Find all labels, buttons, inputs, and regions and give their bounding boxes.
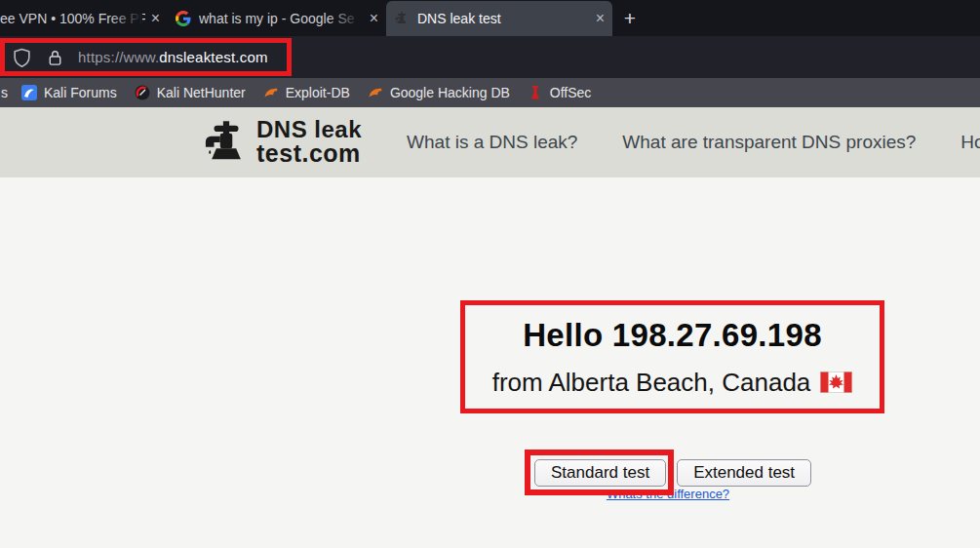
site-nav: What is a DNS leak? What are transparent… [407,132,980,153]
kali-nethunter-icon [135,85,150,100]
canada-flag-icon [820,372,852,393]
tab-vpn[interactable]: ee VPN • 100% Free PPT × [0,0,168,36]
hello-ip-text: Hello 198.27.69.198 [523,317,822,354]
bookmark-label: OffSec [550,85,592,100]
logo-line2: test.com [256,141,362,167]
url-scheme: https://www. [78,49,159,65]
site-logo-text: DNS leak test.com [256,118,362,167]
address-bar[interactable]: https://www.dnsleaktest.com [78,49,268,65]
annotation-hello-box: Hello 198.27.69.198 from Alberta Beach, … [460,300,884,413]
https-lock-icon[interactable] [46,48,64,67]
bookmark-label: Exploit-DB [286,85,350,100]
new-tab-button[interactable]: + [612,0,647,36]
bookmark-kali-nethunter[interactable]: Kali NetHunter [135,85,246,100]
test-buttons-row: Standard test Extended test [534,459,811,487]
google-hacking-db-icon [368,85,383,100]
extended-test-button[interactable]: Extended test [677,459,811,487]
tab-title-fade [328,0,361,36]
tab-google-search[interactable]: what is my ip - Google Se × [168,0,386,36]
tab-title-fade [109,0,142,36]
faucet-favicon-icon [394,11,410,26]
tab-bar: ee VPN • 100% Free PPT × what is my ip -… [0,0,980,36]
nav-what-is-a-dns-leak[interactable]: What is a DNS leak? [407,132,577,153]
tab-close-icon[interactable]: × [151,10,160,27]
bookmark-exploit-db[interactable]: Exploit-DB [263,85,350,100]
exploit-db-icon [263,85,279,100]
location-text: from Alberta Beach, Canada [492,368,853,398]
tab-close-icon[interactable]: × [596,10,605,27]
bookmark-label: Kali Forums [44,85,117,100]
site-logo[interactable]: DNS leak test.com [202,117,362,168]
nav-how-to-fix[interactable]: How to fix a DN [960,132,980,153]
standard-test-button[interactable]: Standard test [534,459,666,487]
bookmark-label: Google Hacking DB [390,85,510,100]
kali-forums-icon [21,85,37,100]
offsec-icon [528,85,543,100]
faucet-logo-icon [202,117,251,168]
bookmarks-bar: s Kali Forums Kali NetHunter Exploit-DB … [0,78,980,107]
logo-line1: DNS leak [256,118,362,141]
bookmark-offsec[interactable]: OffSec [528,85,592,100]
bookmark-google-hacking-db[interactable]: Google Hacking DB [368,85,510,100]
tab-title: DNS leak test [417,11,590,26]
site-header: DNS leak test.com What is a DNS leak? Wh… [0,107,980,177]
tracking-protection-shield-icon[interactable] [12,47,32,68]
bookmark-cut-label[interactable]: s [1,85,8,100]
tab-close-icon[interactable]: × [370,10,378,27]
whats-the-difference-link[interactable]: Whats the difference? [590,487,746,501]
page-content: Hello 198.27.69.198 from Alberta Beach, … [0,177,980,548]
nav-transparent-dns-proxies[interactable]: What are transparent DNS proxies? [622,132,916,153]
google-favicon-icon [176,11,191,26]
bookmark-kali-forums[interactable]: Kali Forums [21,85,117,100]
location-label: from Alberta Beach, Canada [492,368,811,398]
tab-dns-leak-test[interactable]: DNS leak test × [386,1,612,36]
url-domain: dnsleaktest.com [159,49,267,65]
bookmark-label: Kali NetHunter [157,85,246,100]
url-toolbar: https://www.dnsleaktest.com [0,36,980,78]
